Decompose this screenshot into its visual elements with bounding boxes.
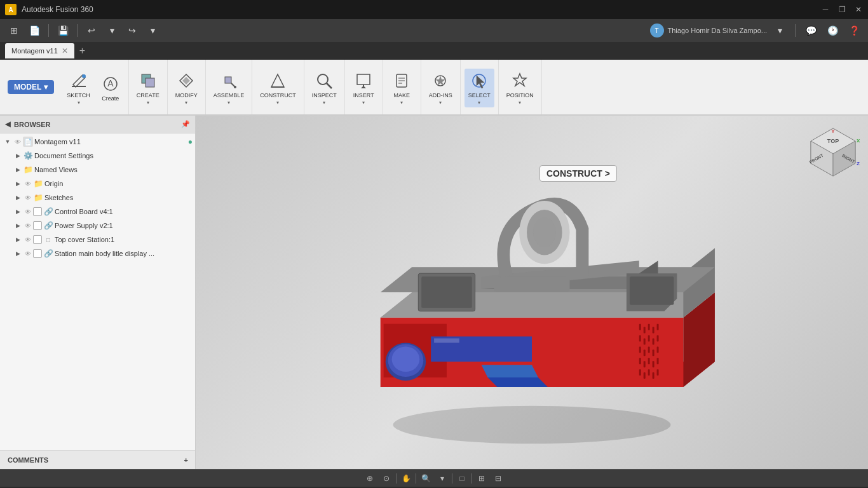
tree-check-control-board[interactable] xyxy=(33,207,42,216)
tree-eye-power-supply[interactable]: 👁 xyxy=(23,222,33,229)
insert-button[interactable]: INSERT ▾ xyxy=(349,69,378,107)
select-button[interactable]: SELECT ▾ xyxy=(465,69,494,107)
tree-eye-montagem[interactable]: 👁 xyxy=(13,139,23,146)
svg-line-11 xyxy=(327,83,332,88)
nav-pan-button[interactable]: ✋ xyxy=(399,471,413,485)
tree-arrow-origin[interactable]: ▶ xyxy=(13,180,23,187)
close-button[interactable]: ✕ xyxy=(854,5,863,14)
tree-item-named-views[interactable]: ▶ 📁 Named Views xyxy=(0,163,195,177)
titlebar: A Autodesk Fusion 360 ─ ❐ ✕ xyxy=(0,0,868,19)
sketch-button[interactable]: SKETCH ▾ xyxy=(63,69,94,107)
apps-grid-button[interactable]: ⊞ xyxy=(5,22,23,39)
svg-rect-52 xyxy=(653,327,654,334)
user-dropdown[interactable]: ▾ xyxy=(771,22,789,39)
nav-display-button[interactable]: ⊟ xyxy=(491,471,505,485)
tree-eye-sketches[interactable]: 👁 xyxy=(23,194,33,201)
tree-eye-top-cover[interactable]: 👁 xyxy=(23,236,33,243)
svg-rect-51 xyxy=(648,324,650,330)
inspect-button[interactable]: INSPECT ▾ xyxy=(308,69,341,107)
construct-button[interactable]: CONSTRUCT ▾ xyxy=(256,69,300,107)
minimize-button[interactable]: ─ xyxy=(821,5,830,14)
svg-rect-66 xyxy=(648,358,650,364)
inspect-items: INSPECT ▾ xyxy=(308,62,341,113)
browser-pin-icon[interactable]: 📌 xyxy=(181,120,190,128)
svg-rect-59 xyxy=(639,346,641,353)
viewcube[interactable]: TOP FRONT RIGHT Y X Z xyxy=(804,122,862,179)
construct-icon xyxy=(268,71,288,91)
app-title: Autodesk Fusion 360 xyxy=(22,5,93,14)
help-button[interactable]: ❓ xyxy=(845,22,863,39)
svg-point-1 xyxy=(82,74,86,78)
browser-collapse-icon[interactable]: ◀ xyxy=(5,120,10,128)
maximize-button[interactable]: ❐ xyxy=(837,5,846,14)
make-button[interactable]: MAKE ▾ xyxy=(388,69,416,107)
svg-rect-83 xyxy=(630,276,674,305)
select-icon xyxy=(469,71,489,91)
new-tab-button[interactable]: + xyxy=(76,45,89,57)
addins-button[interactable]: ADD-INS ▾ xyxy=(425,69,456,107)
quick-access-toolbar: ⊞ 📄 💾 ↩ ▾ ↪ ▾ T Thiago Homir Da Silva Za… xyxy=(0,19,868,42)
modify-icon xyxy=(176,71,196,91)
tree-arrow-control-board[interactable]: ▶ xyxy=(13,208,23,215)
tree-arrow-top-cover[interactable]: ▶ xyxy=(13,236,23,243)
tree-eye-control-board[interactable]: 👁 xyxy=(23,208,33,215)
tree-item-montagem[interactable]: ▼ 👁 📄 Montagem v11 ● xyxy=(0,135,195,149)
nav-grid-button[interactable]: ⊞ xyxy=(475,471,489,485)
make-items: MAKE ▾ xyxy=(388,62,416,113)
model-dropdown[interactable]: MODEL ▾ xyxy=(8,80,54,94)
history-button[interactable]: 🕐 xyxy=(824,22,841,39)
tree-item-top-cover[interactable]: ▶ 👁 □ Top cover Station:1 xyxy=(0,233,195,247)
tree-item-control-board[interactable]: ▶ 👁 🔗 Control Board v4:1 xyxy=(0,205,195,219)
viewport[interactable]: CONSTRUCT > TOP FRONT RIGHT Y xyxy=(196,116,868,469)
svg-rect-54 xyxy=(639,336,641,342)
undo-dropdown[interactable]: ▾ xyxy=(103,22,121,39)
tree-check-station-body[interactable] xyxy=(33,249,42,258)
create-sketch-button[interactable]: A Create xyxy=(97,72,125,104)
document-tab-active[interactable]: Montagem v11 ✕ xyxy=(5,43,74,58)
nav-zoom-dropdown[interactable]: ▾ xyxy=(435,471,449,485)
tab-close-button[interactable]: ✕ xyxy=(62,46,68,55)
tree-item-doc-settings[interactable]: ▶ ⚙️ Document Settings xyxy=(0,149,195,163)
tree-arrow-montagem[interactable]: ▼ xyxy=(3,139,13,145)
tree-item-power-supply[interactable]: ▶ 👁 🔗 Power Supply v2:1 xyxy=(0,219,195,233)
comments-expand-icon[interactable]: + xyxy=(184,456,188,464)
tree-box-icon-top-cover: □ xyxy=(43,234,53,245)
undo-button[interactable]: ↩ xyxy=(83,22,100,39)
save-button[interactable]: 💾 xyxy=(54,22,72,39)
redo-dropdown[interactable]: ▾ xyxy=(144,22,161,39)
tree-arrow-sketches[interactable]: ▶ xyxy=(13,194,23,201)
nav-look-button[interactable]: ⊙ xyxy=(379,471,393,485)
tree-arrow-named-views[interactable]: ▶ xyxy=(13,166,23,173)
tree-item-station-body[interactable]: ▶ 👁 🔗 Station main body litle display ..… xyxy=(0,247,195,261)
nav-sep4 xyxy=(471,473,472,484)
create-sketch-icon: A xyxy=(100,74,121,94)
assemble-button[interactable]: ASSEMBLE ▾ xyxy=(210,69,248,107)
tree-arrow-power-supply[interactable]: ▶ xyxy=(13,222,23,229)
ribbon-group-modify: MODIFY ▾ xyxy=(168,60,206,114)
nav-fit-button[interactable]: □ xyxy=(455,471,469,485)
tree-eye-origin[interactable]: 👁 xyxy=(23,180,33,187)
modify-button[interactable]: MODIFY ▾ xyxy=(172,69,201,107)
tree-arrow-doc-settings[interactable]: ▶ xyxy=(13,152,23,159)
create-button[interactable]: CREATE ▾ xyxy=(133,69,163,107)
position-label: POSITION xyxy=(506,92,534,98)
position-button[interactable]: POSITION ▾ xyxy=(503,69,538,107)
tree-arrow-station-body[interactable]: ▶ xyxy=(13,250,23,257)
create-dropdown-icon: ▾ xyxy=(147,100,149,105)
tree-item-origin[interactable]: ▶ 👁 📁 Origin xyxy=(0,177,195,191)
tree-label-top-cover: Top cover Station:1 xyxy=(55,236,193,243)
redo-button[interactable]: ↪ xyxy=(123,22,141,39)
position-icon xyxy=(510,71,530,91)
comments-panel: COMMENTS + xyxy=(0,450,196,469)
tree-item-sketches[interactable]: ▶ 👁 📁 Sketches xyxy=(0,191,195,205)
nav-orbit-button[interactable]: ⊕ xyxy=(363,471,377,485)
ribbon-group-assemble: ASSEMBLE ▾ xyxy=(206,60,253,114)
svg-rect-58 xyxy=(657,336,659,342)
notifications-button[interactable]: 💬 xyxy=(802,22,820,39)
tree-eye-station-body[interactable]: 👁 xyxy=(23,250,33,257)
tree-check-top-cover[interactable] xyxy=(33,235,42,244)
new-file-button[interactable]: 📄 xyxy=(25,22,43,39)
tree-check-power-supply[interactable] xyxy=(33,221,42,230)
svg-marker-75 xyxy=(488,377,548,387)
nav-zoom-in-button[interactable]: 🔍 xyxy=(419,471,433,485)
